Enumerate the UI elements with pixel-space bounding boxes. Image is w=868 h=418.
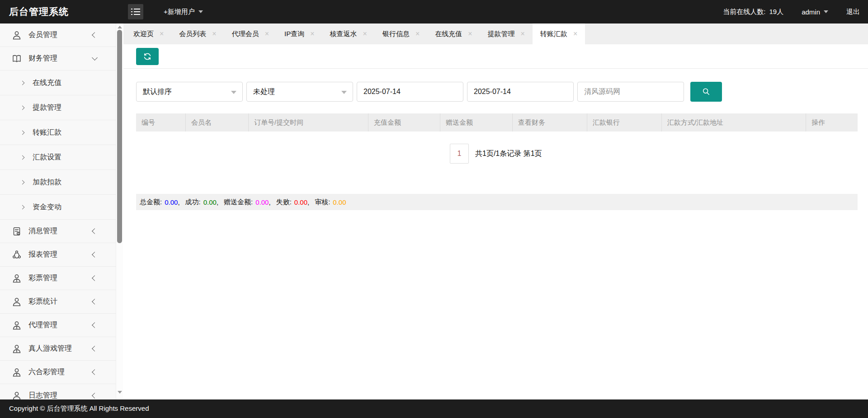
close-icon[interactable]: × (212, 30, 216, 38)
username: admin (802, 8, 820, 16)
summary-value-total: 0.00 (165, 198, 178, 206)
refresh-button[interactable] (136, 48, 159, 65)
message-icon (11, 226, 22, 237)
top-header: 后台管理系统 +新增用户 当前在线人数: 19人 admin (0, 0, 868, 23)
scroll-down-icon[interactable] (118, 391, 122, 394)
tab-member-list[interactable]: 会员列表 × (171, 23, 224, 44)
column-recharge-amount: 充值金额 (368, 113, 440, 132)
user-dropdown[interactable]: admin (802, 8, 828, 16)
sidebar-item-label: 彩票统计 (28, 297, 57, 306)
user-icon (11, 367, 22, 378)
tab-rebate-check[interactable]: 核查返水 × (322, 23, 375, 44)
report-icon (11, 249, 22, 260)
chevron-left-icon (92, 322, 98, 328)
chevron-down-icon (824, 10, 828, 13)
chevron-down-icon (341, 91, 347, 94)
sidebar-toggle-button[interactable] (128, 4, 143, 19)
tab-bank-info[interactable]: 银行信息 × (375, 23, 427, 44)
sidebar-item-member-management[interactable]: 会员管理 (0, 23, 116, 47)
tab-label: 代理会员 (232, 30, 259, 38)
sort-select[interactable]: 默认排序 (136, 82, 243, 102)
close-icon[interactable]: × (310, 30, 314, 38)
menu-list-icon (131, 8, 140, 15)
column-actions: 操作 (806, 113, 858, 132)
new-user-dropdown[interactable]: +新增用户 (164, 0, 203, 23)
close-icon[interactable]: × (573, 30, 577, 38)
book-icon (11, 53, 22, 64)
sidebar-item-message-management[interactable]: 消息管理 (0, 220, 116, 243)
status-select-value: 未处理 (253, 87, 275, 97)
admin-app: 后台管理系统 +新增用户 当前在线人数: 19人 admin (0, 0, 868, 418)
tab-withdrawal-management[interactable]: 提款管理 × (480, 23, 533, 44)
table-header: 编号 会员名 订单号/提交时间 充值金额 赠送金额 查看财务 汇款银行 汇款方式… (136, 113, 858, 132)
sidebar-subitem-label: 提款管理 (33, 103, 61, 113)
sidebar-item-live-game-management[interactable]: 真人游戏管理 (0, 337, 116, 361)
sidebar-subitem-fund-changes[interactable]: 资金变动 (0, 195, 116, 220)
tab-bar: 欢迎页 × 会员列表 × 代理会员 × IP查询 × 核查返水 × 银行信息 × (123, 23, 868, 44)
user-icon (11, 296, 22, 307)
close-icon[interactable]: × (160, 30, 164, 38)
column-member-name: 会员名 (186, 113, 249, 132)
sidebar-item-agent-management[interactable]: 代理管理 (0, 314, 116, 337)
summary-value-success: 0.00 (203, 198, 217, 206)
chevron-left-icon (92, 32, 98, 38)
summary-separator: , (178, 198, 179, 206)
summary-separator: , (307, 198, 309, 206)
sidebar-subitem-add-deduct-funds[interactable]: 加款扣款 (0, 170, 116, 195)
user-icon (11, 30, 22, 41)
tab-label: 转账汇款 (540, 30, 567, 38)
close-icon[interactable]: × (265, 30, 269, 38)
search-button[interactable] (690, 82, 722, 102)
tab-label: 欢迎页 (133, 30, 154, 38)
search-icon (701, 87, 711, 97)
sidebar-scrollbar[interactable] (116, 23, 123, 399)
chevron-right-icon (20, 80, 25, 85)
scrollbar-thumb[interactable] (117, 30, 122, 243)
status-select[interactable]: 未处理 (246, 82, 353, 102)
tab-transfer-remittance[interactable]: 转账汇款 × (533, 23, 585, 44)
chevron-down-icon (231, 91, 236, 94)
tab-ip-query[interactable]: IP查询 × (277, 23, 322, 44)
close-icon[interactable]: × (521, 30, 525, 38)
sidebar-item-label: 代理管理 (28, 320, 57, 330)
column-id: 编号 (136, 113, 186, 132)
user-icon (11, 390, 22, 400)
sidebar-subitem-withdrawal-management[interactable]: 提款管理 (0, 95, 116, 120)
tab-agent-members[interactable]: 代理会员 × (224, 23, 277, 44)
sidebar-subitem-remittance-settings[interactable]: 汇款设置 (0, 145, 116, 170)
sidebar-item-report-management[interactable]: 报表管理 (0, 243, 116, 267)
chevron-left-icon (92, 369, 98, 375)
tab-label: 在线充值 (435, 30, 462, 38)
online-count-value: 19人 (769, 8, 783, 16)
chevron-left-icon (92, 299, 98, 305)
summary-label-total: 总金额: (140, 198, 162, 207)
tab-online-recharge[interactable]: 在线充值 × (427, 23, 480, 44)
sidebar-item-log-management[interactable]: 日志管理 (0, 384, 116, 399)
logout-button[interactable]: 退出 (846, 8, 860, 16)
sidebar-item-finance-management[interactable]: 财务管理 (0, 47, 116, 70)
close-icon[interactable]: × (363, 30, 367, 38)
tab-label: 核查返水 (330, 30, 357, 38)
sort-select-value: 默认排序 (143, 87, 172, 97)
summary-value-failed: 0.00 (294, 198, 307, 206)
keyword-input[interactable] (577, 82, 684, 102)
chevron-down-icon (198, 10, 203, 13)
close-icon[interactable]: × (468, 30, 472, 38)
sidebar-subitem-transfer-remittance[interactable]: 转账汇款 (0, 120, 116, 145)
tab-welcome[interactable]: 欢迎页 × (126, 23, 171, 44)
sidebar-item-lottery-management[interactable]: 彩票管理 (0, 267, 116, 290)
date-to-input[interactable] (467, 82, 574, 102)
footer: Copyright © 后台管理系统 All Rights Reserved (0, 399, 868, 418)
date-from-input[interactable] (357, 82, 463, 102)
summary-value-review: 0.00 (333, 198, 346, 206)
pagination-info: 共1页/1条记录 第1页 (475, 149, 542, 159)
close-icon[interactable]: × (415, 30, 420, 38)
user-icon (11, 343, 22, 354)
sidebar-item-label: 日志管理 (28, 391, 57, 399)
page-number-button[interactable]: 1 (450, 144, 469, 164)
sidebar-subitem-online-recharge[interactable]: 在线充值 (0, 70, 116, 95)
sidebar-item-mark-six-management[interactable]: 六合彩管理 (0, 361, 116, 384)
sidebar-item-lottery-statistics[interactable]: 彩票统计 (0, 290, 116, 314)
scroll-up-icon[interactable] (118, 26, 122, 28)
chevron-right-icon (20, 130, 25, 135)
